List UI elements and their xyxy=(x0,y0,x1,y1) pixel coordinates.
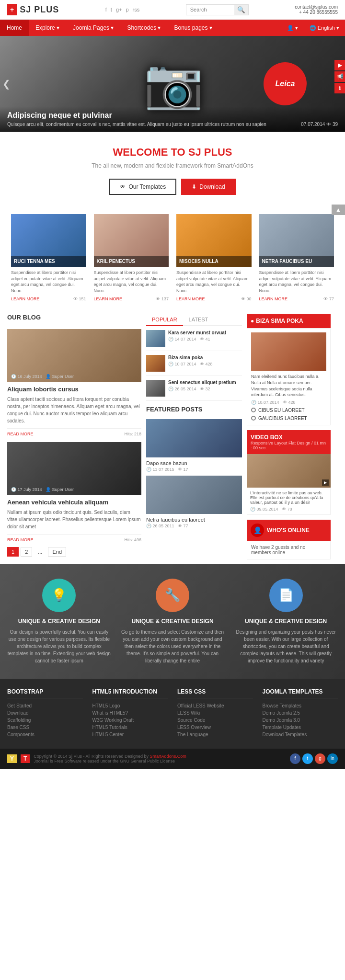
footer-link-joomla-0[interactable]: Browse Templates xyxy=(263,703,338,708)
nav-explore[interactable]: Explore ▾ xyxy=(29,20,66,36)
article-card-2: KRIL PENECTUS Suspendisse at libero port… xyxy=(90,214,173,304)
feature-title-2: UNIQUE & CREATIVE DESIGN xyxy=(121,618,225,625)
footer-copyright-block: Copyright © 2014 Sj Plus - All Rights Re… xyxy=(34,754,186,763)
footer-link-html5-4[interactable]: HTML5 Center xyxy=(92,732,168,737)
footer-link-bootstrap-2[interactable]: Scaffolding xyxy=(7,718,83,723)
footer-link-html5-1[interactable]: What is HTML5? xyxy=(92,710,168,716)
hero-title: Adipiscing neque et pulvinar xyxy=(7,111,338,120)
eye-icon: 👁 xyxy=(120,183,126,190)
side-icon-1[interactable]: ▶ xyxy=(334,60,345,70)
article-views-2: 👁 137 xyxy=(156,296,169,301)
footer-link-less-1[interactable]: LESS Wiki xyxy=(177,710,253,716)
article-learn-more-2[interactable]: LEARN MORE xyxy=(94,296,123,301)
biza-widget-header: ● BIZA SIMA POKA xyxy=(247,314,331,328)
blog-read-more-2[interactable]: READ MORE xyxy=(7,537,34,542)
tab-popular[interactable]: POPULAR xyxy=(146,314,183,326)
footer-link-bootstrap-3[interactable]: Base CSS xyxy=(7,725,83,730)
hero-prev-arrow[interactable]: ❮ xyxy=(2,78,11,90)
nav-user[interactable]: 👤 ▾ xyxy=(281,20,304,36)
footer-link-bootstrap-4[interactable]: Components xyxy=(7,732,83,737)
pinterest-icon[interactable]: p xyxy=(126,7,128,12)
rss-icon[interactable]: rss xyxy=(133,7,140,12)
search-input[interactable] xyxy=(186,5,234,15)
footer-link-bootstrap-0[interactable]: Get Started xyxy=(7,703,83,708)
scroll-up-button[interactable]: ▲ xyxy=(332,205,345,215)
footer-col-joomla: JOOMLA TEMPLATES Browse Templates Demo J… xyxy=(263,688,338,739)
logo[interactable]: + SJ PLUS xyxy=(7,4,59,15)
footer-link-joomla-4[interactable]: Download Templates xyxy=(263,732,338,737)
footer-link-joomla-2[interactable]: Demo Joomla 3.0 xyxy=(263,718,338,723)
footer-linkedin-button[interactable]: in xyxy=(327,753,338,764)
nav-language[interactable]: 🌐 English ▾ xyxy=(304,20,345,36)
footer-twitter-button[interactable]: t xyxy=(302,753,313,764)
blog-read-more-1[interactable]: READ MORE xyxy=(7,432,34,436)
leica-text: Leica xyxy=(276,80,295,88)
featured-posts-title: FEATURED POSTS xyxy=(146,406,242,416)
footer-link-html5-2[interactable]: W3G Working Draft xyxy=(92,718,168,723)
biza-radio-2[interactable]: GAUCIBUS LAOREET xyxy=(251,416,326,421)
facebook-icon[interactable]: f xyxy=(105,7,107,12)
article-body-2: Suspendisse at libero porttitor nisi adi… xyxy=(94,267,169,304)
logo-text: SJ PLUS xyxy=(20,5,59,15)
side-icon-2[interactable]: 📢 xyxy=(334,71,345,82)
search-button[interactable]: 🔍 xyxy=(234,5,248,15)
side-icon-3[interactable]: ℹ xyxy=(334,83,345,93)
article-learn-more-3[interactable]: LEARN MORE xyxy=(176,296,205,301)
footer-col-bootstrap: BOOTSTRAP Get Started Download Scaffoldi… xyxy=(7,688,83,739)
video-widget-desc: L'interactivité ne se limite pas au web.… xyxy=(247,488,331,515)
templates-button[interactable]: 👁 Our Templates xyxy=(109,179,176,195)
article-learn-more-1[interactable]: LEARN MORE xyxy=(11,296,40,301)
footer-link-joomla-1[interactable]: Demo Joomla 2.5 xyxy=(263,710,338,716)
footer-link-html5-3[interactable]: HTML5 Tutorials xyxy=(92,725,168,730)
footer-link-less-0[interactable]: Official LESS Website xyxy=(177,703,253,708)
article-text-1: Suspendisse at libero porttitor nisi adi… xyxy=(11,270,86,294)
article-views-1: 👁 151 xyxy=(73,296,86,301)
hero-camera-graphic: 📷 xyxy=(144,56,201,112)
biza-widget: ● BIZA SIMA POKA Nam eleifend nunc fauci… xyxy=(247,314,331,425)
featured-post-1: Dapo sace bazun 🕐 13 07 2015 👁 17 xyxy=(146,419,242,472)
footer-logo-t: T xyxy=(21,754,30,763)
page-end-button[interactable]: End xyxy=(48,547,66,557)
footer-link-less-2[interactable]: Source Code xyxy=(177,718,253,723)
featured-post-title-1: Dapo sace bazun xyxy=(146,460,242,466)
footer-facebook-button[interactable]: f xyxy=(290,753,300,764)
footer-bottom-left: Y T Copyright © 2014 Sj Plus - All Right… xyxy=(7,754,186,763)
feature-icon-1: 💡 xyxy=(42,579,76,612)
tab-latest[interactable]: LATEST xyxy=(183,314,214,325)
welcome-section: WELCOME TO SJ PLUS The all new, modern a… xyxy=(0,132,345,209)
googleplus-icon[interactable]: g+ xyxy=(116,7,122,12)
video-widget-image: ▶ xyxy=(247,454,331,488)
footer-link-joomla-3[interactable]: Template Updates xyxy=(263,725,338,730)
radio-dot-1 xyxy=(251,408,256,412)
nav-joomla[interactable]: Joomla Pages ▾ xyxy=(66,20,120,36)
footer-link-html5-0[interactable]: HTML5 Logo xyxy=(92,703,168,708)
article-text-3: Suspendisse at libero porttitor nisi adi… xyxy=(176,270,252,294)
article-image-4: NETRA FAUCIBUS EU xyxy=(259,214,334,267)
articles-section: ▲ RUCI TENNA MES Suspendisse at libero p… xyxy=(0,209,345,309)
nav-shortcodes[interactable]: Shortcodes ▾ xyxy=(120,20,167,36)
article-footer-3: LEARN MORE 👁 90 xyxy=(176,296,252,301)
popular-post-info-2: Biza sima poka 🕐 10 07 2014 👁 428 xyxy=(168,355,213,372)
page-2-button[interactable]: 2 xyxy=(21,547,32,557)
welcome-buttons: 👁 Our Templates ⬇ Download xyxy=(10,179,335,195)
biza-radio-1[interactable]: CIBUS EU LAOREET xyxy=(251,408,326,413)
footer-link-less-3[interactable]: LESS Overview xyxy=(177,725,253,730)
search-bar[interactable]: 🔍 xyxy=(186,4,249,15)
featured-post-date-1: 🕐 13 07 2015 👁 17 xyxy=(146,467,242,472)
popular-post-title-2: Biza sima poka xyxy=(168,355,213,360)
footer-googleplus-button[interactable]: g xyxy=(315,753,325,764)
nav-bonus[interactable]: Bonus pages ▾ xyxy=(167,20,218,36)
footer-link-bootstrap-1[interactable]: Download xyxy=(7,710,83,716)
page-1-button[interactable]: 1 xyxy=(7,547,19,557)
video-widget-meta: 🕐 09.05.2014 👁 78 xyxy=(250,507,327,512)
download-button[interactable]: ⬇ Download xyxy=(181,179,235,195)
article-learn-more-4[interactable]: LEARN MORE xyxy=(259,296,288,301)
feature-text-2: Go go to themes and select Customize and… xyxy=(121,628,225,664)
twitter-icon[interactable]: t xyxy=(111,7,112,12)
contact-email: contact@sjplus.com xyxy=(295,4,338,10)
nav-home[interactable]: Home xyxy=(0,20,29,36)
footer-col-html5: HTML5 INTRODUCTION HTML5 Logo What is HT… xyxy=(92,688,168,739)
footer-brand-link[interactable]: SmartAddons.Com xyxy=(150,754,186,759)
feature-title-3: UNIQUE & CREATIVE DESIGN xyxy=(234,618,338,625)
footer-link-less-4[interactable]: The Language xyxy=(177,732,253,737)
